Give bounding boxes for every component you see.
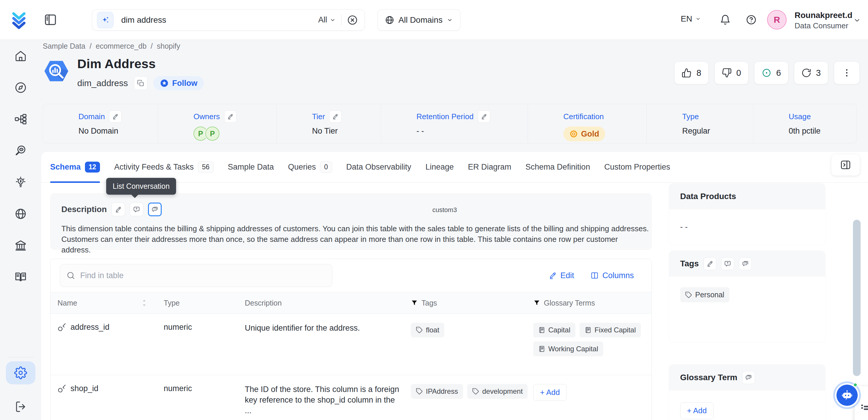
thumbs-down-icon xyxy=(722,68,732,78)
gold-medal-icon xyxy=(569,129,578,138)
meta-tier: Tier No Tier xyxy=(277,104,381,143)
glossary-term-chip[interactable]: Working Capital xyxy=(533,341,603,356)
nav-insights[interactable] xyxy=(0,173,41,191)
search-scope-dropdown[interactable]: All xyxy=(318,16,336,25)
list-conversation-button[interactable] xyxy=(742,371,755,384)
notifications-bell-icon[interactable] xyxy=(720,14,731,25)
user-avatar[interactable]: R xyxy=(767,10,786,30)
global-search-bar[interactable]: All xyxy=(92,9,365,31)
refresh-count-button[interactable]: 3 xyxy=(794,61,828,84)
tab-queries[interactable]: Queries 0 xyxy=(288,152,332,183)
user-role: Data Consumer xyxy=(795,21,848,30)
user-menu-chevron-icon[interactable] xyxy=(853,16,861,25)
nav-governance[interactable] xyxy=(0,237,41,254)
tab-er-diagram[interactable]: ER Diagram xyxy=(468,152,511,183)
owner-avatar[interactable]: P xyxy=(205,126,219,141)
nav-observability[interactable] xyxy=(0,142,41,159)
more-actions-button[interactable] xyxy=(834,61,860,84)
glossary-term-chip[interactable]: Capital xyxy=(533,323,576,337)
sidebar-toggle-icon[interactable] xyxy=(44,13,57,27)
help-icon[interactable] xyxy=(746,14,757,25)
all-domains-dropdown[interactable]: All Domains xyxy=(377,9,460,31)
language-selector[interactable]: EN xyxy=(681,14,701,24)
top-bar: All All Domains EN R Rounakpreet.d Data … xyxy=(0,0,868,40)
certification-badge[interactable]: Gold xyxy=(563,126,605,141)
logout-icon xyxy=(14,400,27,413)
chevron-down-icon xyxy=(446,17,453,23)
journal-icon xyxy=(538,346,545,353)
add-glossary-term-button[interactable]: + Add xyxy=(533,384,566,401)
tag-chip[interactable]: development xyxy=(467,384,528,399)
collapse-panel-icon xyxy=(840,159,851,171)
nav-home[interactable] xyxy=(0,47,41,65)
header-name[interactable]: Name xyxy=(54,299,160,307)
column-name[interactable]: shop_id xyxy=(70,384,98,393)
manage-columns-button[interactable]: Columns xyxy=(590,271,634,280)
tab-badge: 12 xyxy=(85,162,100,173)
filter-funnel-icon[interactable] xyxy=(533,299,540,306)
upvote-button[interactable]: 8 xyxy=(674,61,708,84)
edit-columns-button[interactable]: Edit xyxy=(549,271,574,280)
edit-description-button[interactable] xyxy=(112,203,125,216)
breadcrumb-item[interactable]: shopify xyxy=(157,42,180,51)
vertical-scrollbar[interactable] xyxy=(853,220,861,376)
add-glossary-term-button[interactable]: + Add xyxy=(680,402,713,419)
edit-retention-button[interactable] xyxy=(478,110,490,123)
nav-glossary[interactable] xyxy=(0,268,41,286)
header-tags[interactable]: Tags xyxy=(407,299,530,307)
tab-lineage[interactable]: Lineage xyxy=(425,152,454,183)
table-row[interactable]: shop_id numeric The ID of the store. Thi… xyxy=(51,375,652,420)
edit-tier-button[interactable] xyxy=(329,110,342,123)
nav-settings-active[interactable] xyxy=(6,361,35,384)
atlan-logo-icon[interactable] xyxy=(11,10,30,30)
downvote-button[interactable]: 0 xyxy=(714,61,749,84)
tab-schema[interactable]: Schema 12 xyxy=(50,152,100,183)
star-badge-icon xyxy=(160,79,169,88)
edit-tags-button[interactable] xyxy=(704,257,716,270)
collapse-sidebar-button[interactable] xyxy=(831,154,860,176)
glossary-term-chip[interactable]: Fixed Capital xyxy=(580,323,641,337)
copy-name-button[interactable] xyxy=(134,77,148,90)
search-input[interactable] xyxy=(121,16,318,25)
header-description[interactable]: Description xyxy=(241,299,407,307)
list-conversation-button[interactable] xyxy=(739,257,752,270)
column-name[interactable]: address_id xyxy=(70,323,110,332)
nav-discover[interactable] xyxy=(0,79,41,96)
edit-domain-button[interactable] xyxy=(109,110,122,123)
nav-domains[interactable] xyxy=(0,205,41,223)
nav-lineage[interactable] xyxy=(0,110,41,128)
header-glossary-terms[interactable]: Glossary Terms xyxy=(530,299,652,307)
watchers-button[interactable]: 6 xyxy=(754,61,788,84)
find-in-table-input[interactable] xyxy=(60,264,332,287)
clear-search-icon[interactable] xyxy=(347,14,358,26)
header-type[interactable]: Type xyxy=(160,299,241,307)
tags-panel: Tags Personal xyxy=(669,251,825,342)
filter-funnel-icon[interactable] xyxy=(411,299,418,306)
meta-usage: Usage 0th pctile xyxy=(753,104,857,143)
ask-question-button[interactable] xyxy=(721,257,734,270)
chatbot-button[interactable] xyxy=(836,385,858,406)
nav-logout[interactable] xyxy=(0,399,41,414)
tag-chip[interactable]: Personal xyxy=(680,287,730,302)
tab-schema-definition[interactable]: Schema Definition xyxy=(526,152,590,183)
list-conversation-button[interactable] xyxy=(148,203,162,216)
follow-button[interactable]: Follow xyxy=(153,76,204,90)
tag-chip[interactable]: float xyxy=(411,323,444,337)
tab-data-observability[interactable]: Data Observability xyxy=(346,152,411,183)
breadcrumb-item[interactable]: Sample Data xyxy=(43,42,86,51)
sort-icon[interactable] xyxy=(141,299,147,307)
ai-sparkle-icon[interactable] xyxy=(97,12,114,28)
edit-owners-button[interactable] xyxy=(224,110,237,123)
view-more-link[interactable]: View more xyxy=(245,419,407,420)
tab-custom-properties[interactable]: Custom Properties xyxy=(604,152,671,183)
ask-question-button[interactable] xyxy=(130,203,143,216)
tab-sample-data[interactable]: Sample Data xyxy=(228,152,274,183)
tag-chip[interactable]: IPAddress xyxy=(411,384,463,399)
description-title: Description xyxy=(61,205,107,214)
table-row[interactable]: address_id numeric Unique identifier for… xyxy=(51,314,652,375)
breadcrumb-item[interactable]: ecommerce_db xyxy=(96,42,146,51)
table-header-row: Name Type Description Tags Glossary Term… xyxy=(51,292,652,314)
pencil-icon xyxy=(706,260,713,267)
meta-owners: Owners PP xyxy=(158,104,277,143)
glossary-term-panel: Glossary Term + Add xyxy=(669,365,825,420)
